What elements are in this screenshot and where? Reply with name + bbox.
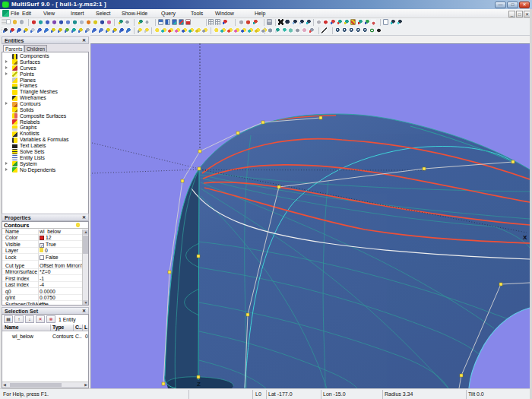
svg-text:Z: Z: [197, 381, 201, 388]
svg-text:X: X: [523, 234, 527, 241]
